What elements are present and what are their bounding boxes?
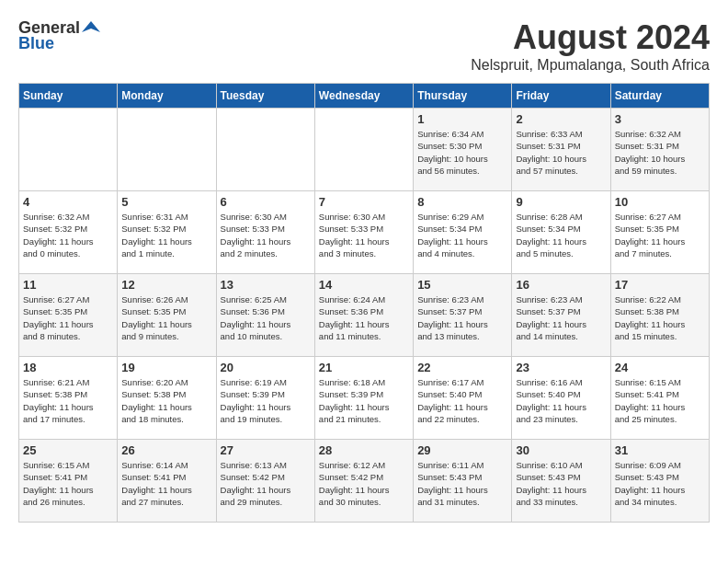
calendar-cell: 2Sunrise: 6:33 AMSunset: 5:31 PMDaylight… — [512, 109, 610, 191]
calendar-cell: 26Sunrise: 6:14 AMSunset: 5:41 PMDayligh… — [118, 440, 216, 523]
day-number: 1 — [417, 112, 507, 126]
day-info: Sunrise: 6:19 AMSunset: 5:39 PMDaylight:… — [221, 376, 311, 425]
calendar-cell: 17Sunrise: 6:22 AMSunset: 5:38 PMDayligh… — [610, 274, 709, 357]
week-row-2: 4Sunrise: 6:32 AMSunset: 5:32 PMDaylight… — [19, 191, 710, 274]
day-info: Sunrise: 6:24 AMSunset: 5:36 PMDaylight:… — [319, 293, 409, 342]
calendar-cell: 31Sunrise: 6:09 AMSunset: 5:43 PMDayligh… — [610, 440, 709, 523]
month-title: August 2024 — [471, 18, 710, 57]
day-info: Sunrise: 6:15 AMSunset: 5:41 PMDaylight:… — [615, 376, 705, 425]
day-number: 31 — [615, 443, 705, 457]
day-number: 12 — [121, 278, 211, 292]
logo-bird-icon — [82, 19, 100, 38]
calendar-cell: 22Sunrise: 6:17 AMSunset: 5:40 PMDayligh… — [414, 357, 512, 440]
calendar-cell: 20Sunrise: 6:19 AMSunset: 5:39 PMDayligh… — [216, 357, 314, 440]
calendar-cell: 30Sunrise: 6:10 AMSunset: 5:43 PMDayligh… — [512, 440, 610, 523]
day-info: Sunrise: 6:29 AMSunset: 5:34 PMDaylight:… — [417, 211, 507, 259]
calendar-cell: 24Sunrise: 6:15 AMSunset: 5:41 PMDayligh… — [610, 357, 709, 440]
day-number: 30 — [516, 443, 606, 457]
day-info: Sunrise: 6:32 AMSunset: 5:32 PMDaylight:… — [23, 211, 113, 259]
day-number: 25 — [23, 443, 113, 457]
day-number: 15 — [417, 278, 507, 292]
svg-marker-0 — [82, 21, 100, 32]
day-number: 3 — [615, 112, 705, 126]
day-number: 7 — [319, 195, 409, 209]
calendar-cell: 23Sunrise: 6:16 AMSunset: 5:40 PMDayligh… — [512, 357, 610, 440]
day-info: Sunrise: 6:09 AMSunset: 5:43 PMDaylight:… — [615, 459, 705, 508]
day-number: 9 — [516, 195, 606, 209]
week-row-4: 18Sunrise: 6:21 AMSunset: 5:38 PMDayligh… — [19, 357, 710, 440]
calendar-cell: 10Sunrise: 6:27 AMSunset: 5:35 PMDayligh… — [610, 191, 709, 274]
day-info: Sunrise: 6:20 AMSunset: 5:38 PMDaylight:… — [121, 376, 211, 425]
calendar-cell — [19, 109, 118, 191]
day-number: 20 — [221, 361, 311, 374]
day-number: 23 — [516, 361, 606, 374]
day-number: 17 — [615, 278, 705, 292]
calendar-cell: 16Sunrise: 6:23 AMSunset: 5:37 PMDayligh… — [512, 274, 610, 357]
day-info: Sunrise: 6:18 AMSunset: 5:39 PMDaylight:… — [319, 376, 409, 425]
week-row-3: 11Sunrise: 6:27 AMSunset: 5:35 PMDayligh… — [19, 274, 710, 357]
day-number: 2 — [516, 112, 606, 126]
location-title: Nelspruit, Mpumalanga, South Africa — [471, 57, 710, 74]
day-number: 27 — [221, 443, 311, 457]
day-info: Sunrise: 6:23 AMSunset: 5:37 PMDaylight:… — [417, 293, 507, 342]
day-info: Sunrise: 6:27 AMSunset: 5:35 PMDaylight:… — [615, 211, 705, 259]
calendar-cell: 18Sunrise: 6:21 AMSunset: 5:38 PMDayligh… — [19, 357, 118, 440]
calendar-cell: 15Sunrise: 6:23 AMSunset: 5:37 PMDayligh… — [414, 274, 512, 357]
day-number: 8 — [417, 195, 507, 209]
day-number: 14 — [319, 278, 409, 292]
calendar-cell: 8Sunrise: 6:29 AMSunset: 5:34 PMDaylight… — [414, 191, 512, 274]
calendar-table: SundayMondayTuesdayWednesdayThursdayFrid… — [18, 83, 710, 523]
day-info: Sunrise: 6:22 AMSunset: 5:38 PMDaylight:… — [615, 293, 705, 342]
calendar-cell: 4Sunrise: 6:32 AMSunset: 5:32 PMDaylight… — [19, 191, 118, 274]
day-info: Sunrise: 6:14 AMSunset: 5:41 PMDaylight:… — [121, 459, 211, 508]
day-number: 28 — [319, 443, 409, 457]
day-info: Sunrise: 6:25 AMSunset: 5:36 PMDaylight:… — [221, 293, 311, 342]
calendar-cell: 14Sunrise: 6:24 AMSunset: 5:36 PMDayligh… — [314, 274, 413, 357]
day-info: Sunrise: 6:15 AMSunset: 5:41 PMDaylight:… — [23, 459, 113, 508]
calendar-cell: 5Sunrise: 6:31 AMSunset: 5:32 PMDaylight… — [118, 191, 216, 274]
day-info: Sunrise: 6:34 AMSunset: 5:30 PMDaylight:… — [417, 128, 507, 177]
day-number: 13 — [221, 278, 311, 292]
calendar-cell: 27Sunrise: 6:13 AMSunset: 5:42 PMDayligh… — [216, 440, 314, 523]
calendar-cell: 6Sunrise: 6:30 AMSunset: 5:33 PMDaylight… — [216, 191, 314, 274]
day-number: 21 — [319, 361, 409, 374]
day-info: Sunrise: 6:30 AMSunset: 5:33 PMDaylight:… — [221, 211, 311, 259]
calendar-cell — [216, 109, 314, 191]
day-number: 4 — [23, 195, 113, 209]
day-number: 10 — [615, 195, 705, 209]
day-number: 16 — [516, 278, 606, 292]
day-info: Sunrise: 6:26 AMSunset: 5:35 PMDaylight:… — [121, 293, 211, 342]
weekday-header-friday: Friday — [512, 84, 610, 109]
day-info: Sunrise: 6:33 AMSunset: 5:31 PMDaylight:… — [516, 128, 606, 177]
day-info: Sunrise: 6:16 AMSunset: 5:40 PMDaylight:… — [516, 376, 606, 425]
day-info: Sunrise: 6:12 AMSunset: 5:42 PMDaylight:… — [319, 459, 409, 508]
day-info: Sunrise: 6:27 AMSunset: 5:35 PMDaylight:… — [23, 293, 113, 342]
weekday-header-monday: Monday — [118, 84, 216, 109]
calendar-cell — [314, 109, 413, 191]
calendar-cell: 1Sunrise: 6:34 AMSunset: 5:30 PMDaylight… — [414, 109, 512, 191]
logo: General Blue — [18, 18, 100, 53]
weekday-header-row: SundayMondayTuesdayWednesdayThursdayFrid… — [19, 84, 710, 109]
calendar-cell: 13Sunrise: 6:25 AMSunset: 5:36 PMDayligh… — [216, 274, 314, 357]
weekday-header-tuesday: Tuesday — [216, 84, 314, 109]
day-info: Sunrise: 6:21 AMSunset: 5:38 PMDaylight:… — [23, 376, 113, 425]
calendar-cell: 11Sunrise: 6:27 AMSunset: 5:35 PMDayligh… — [19, 274, 118, 357]
weekday-header-sunday: Sunday — [19, 84, 118, 109]
header: General Blue August 2024 Nelspruit, Mpum… — [18, 18, 710, 74]
logo-blue-text: Blue — [18, 34, 54, 53]
day-number: 11 — [23, 278, 113, 292]
weekday-header-saturday: Saturday — [610, 84, 709, 109]
calendar-cell: 19Sunrise: 6:20 AMSunset: 5:38 PMDayligh… — [118, 357, 216, 440]
calendar-cell — [118, 109, 216, 191]
day-number: 19 — [121, 361, 211, 374]
day-info: Sunrise: 6:32 AMSunset: 5:31 PMDaylight:… — [615, 128, 705, 177]
day-number: 22 — [417, 361, 507, 374]
day-info: Sunrise: 6:11 AMSunset: 5:43 PMDaylight:… — [417, 459, 507, 508]
day-number: 18 — [23, 361, 113, 374]
week-row-1: 1Sunrise: 6:34 AMSunset: 5:30 PMDaylight… — [19, 109, 710, 191]
day-info: Sunrise: 6:17 AMSunset: 5:40 PMDaylight:… — [417, 376, 507, 425]
day-number: 6 — [221, 195, 311, 209]
day-info: Sunrise: 6:13 AMSunset: 5:42 PMDaylight:… — [221, 459, 311, 508]
day-number: 24 — [615, 361, 705, 374]
calendar-cell: 25Sunrise: 6:15 AMSunset: 5:41 PMDayligh… — [19, 440, 118, 523]
